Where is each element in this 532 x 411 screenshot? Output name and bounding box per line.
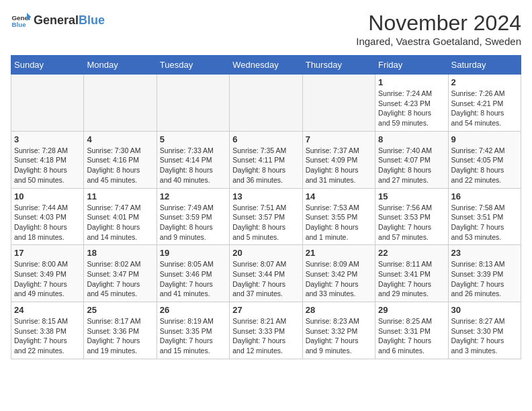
day-info: Sunrise: 7:51 AM Sunset: 3:57 PM Dayligh… <box>232 203 299 242</box>
calendar-day-cell: 12Sunrise: 7:49 AM Sunset: 3:59 PM Dayli… <box>157 188 229 245</box>
logo-icon: General Blue <box>11 11 31 31</box>
calendar-day-cell: 30Sunrise: 8:27 AM Sunset: 3:30 PM Dayli… <box>448 302 521 359</box>
calendar-day-cell: 17Sunrise: 8:00 AM Sunset: 3:49 PM Dayli… <box>11 245 84 302</box>
calendar-day-cell: 6Sunrise: 7:35 AM Sunset: 4:11 PM Daylig… <box>230 131 302 188</box>
day-number: 19 <box>160 248 226 258</box>
calendar-day-cell: 1Sunrise: 7:24 AM Sunset: 4:23 PM Daylig… <box>375 75 448 132</box>
day-number: 13 <box>232 191 299 201</box>
day-info: Sunrise: 8:00 AM Sunset: 3:49 PM Dayligh… <box>14 259 81 299</box>
day-info: Sunrise: 8:13 AM Sunset: 3:39 PM Dayligh… <box>451 259 518 299</box>
calendar-week-row: 17Sunrise: 8:00 AM Sunset: 3:49 PM Dayli… <box>11 245 521 302</box>
calendar-day-cell <box>11 75 84 132</box>
day-info: Sunrise: 8:21 AM Sunset: 3:33 PM Dayligh… <box>232 316 299 356</box>
day-info: Sunrise: 8:07 AM Sunset: 3:44 PM Dayligh… <box>232 259 299 299</box>
day-info: Sunrise: 8:02 AM Sunset: 3:47 PM Dayligh… <box>87 259 153 299</box>
day-info: Sunrise: 7:44 AM Sunset: 4:03 PM Dayligh… <box>14 203 81 242</box>
calendar-table: SundayMondayTuesdayWednesdayThursdayFrid… <box>11 55 521 359</box>
calendar-day-cell: 2Sunrise: 7:26 AM Sunset: 4:21 PM Daylig… <box>448 75 521 132</box>
weekday-header: Wednesday <box>230 56 302 75</box>
location-subtitle: Ingared, Vaestra Goetaland, Sweden <box>356 36 521 47</box>
calendar-day-cell: 15Sunrise: 7:56 AM Sunset: 3:53 PM Dayli… <box>375 188 448 245</box>
day-info: Sunrise: 8:25 AM Sunset: 3:31 PM Dayligh… <box>378 316 445 356</box>
day-number: 29 <box>378 305 445 315</box>
calendar-day-cell: 27Sunrise: 8:21 AM Sunset: 3:33 PM Dayli… <box>230 302 302 359</box>
day-number: 20 <box>232 248 299 258</box>
day-info: Sunrise: 8:15 AM Sunset: 3:38 PM Dayligh… <box>14 316 81 356</box>
day-number: 24 <box>14 305 81 315</box>
weekday-header: Tuesday <box>157 56 229 75</box>
calendar-day-cell: 28Sunrise: 8:23 AM Sunset: 3:32 PM Dayli… <box>302 302 375 359</box>
calendar-day-cell: 9Sunrise: 7:42 AM Sunset: 4:05 PM Daylig… <box>448 131 521 188</box>
calendar-day-cell: 3Sunrise: 7:28 AM Sunset: 4:18 PM Daylig… <box>11 131 84 188</box>
day-info: Sunrise: 8:05 AM Sunset: 3:46 PM Dayligh… <box>160 259 226 299</box>
calendar-day-cell: 13Sunrise: 7:51 AM Sunset: 3:57 PM Dayli… <box>230 188 302 245</box>
weekday-header: Thursday <box>302 56 375 75</box>
day-number: 30 <box>451 305 518 315</box>
day-number: 9 <box>451 134 518 144</box>
calendar-week-row: 10Sunrise: 7:44 AM Sunset: 4:03 PM Dayli… <box>11 188 521 245</box>
calendar-day-cell: 26Sunrise: 8:19 AM Sunset: 3:35 PM Dayli… <box>157 302 229 359</box>
calendar-day-cell: 23Sunrise: 8:13 AM Sunset: 3:39 PM Dayli… <box>448 245 521 302</box>
svg-text:Blue: Blue <box>12 21 27 28</box>
calendar-day-cell: 20Sunrise: 8:07 AM Sunset: 3:44 PM Dayli… <box>230 245 302 302</box>
day-info: Sunrise: 7:33 AM Sunset: 4:14 PM Dayligh… <box>160 146 226 185</box>
day-number: 3 <box>14 134 81 144</box>
day-number: 25 <box>87 305 153 315</box>
weekday-header: Saturday <box>448 56 521 75</box>
calendar-day-cell: 18Sunrise: 8:02 AM Sunset: 3:47 PM Dayli… <box>84 245 157 302</box>
weekday-header: Friday <box>375 56 448 75</box>
page-header: General Blue GeneralBlue November 2024 I… <box>11 11 521 47</box>
day-info: Sunrise: 7:30 AM Sunset: 4:16 PM Dayligh… <box>87 146 153 185</box>
calendar-day-cell: 29Sunrise: 8:25 AM Sunset: 3:31 PM Dayli… <box>375 302 448 359</box>
day-number: 27 <box>232 305 299 315</box>
day-info: Sunrise: 8:23 AM Sunset: 3:32 PM Dayligh… <box>306 316 372 356</box>
day-info: Sunrise: 7:53 AM Sunset: 3:55 PM Dayligh… <box>306 203 372 242</box>
calendar-day-cell: 16Sunrise: 7:58 AM Sunset: 3:51 PM Dayli… <box>448 188 521 245</box>
day-info: Sunrise: 7:28 AM Sunset: 4:18 PM Dayligh… <box>14 146 81 185</box>
calendar-day-cell <box>302 75 375 132</box>
calendar-day-cell: 10Sunrise: 7:44 AM Sunset: 4:03 PM Dayli… <box>11 188 84 245</box>
calendar-day-cell: 8Sunrise: 7:40 AM Sunset: 4:07 PM Daylig… <box>375 131 448 188</box>
calendar-day-cell <box>230 75 302 132</box>
calendar-day-cell: 19Sunrise: 8:05 AM Sunset: 3:46 PM Dayli… <box>157 245 229 302</box>
day-number: 14 <box>306 191 372 201</box>
month-title: November 2024 <box>356 11 521 36</box>
day-number: 26 <box>160 305 226 315</box>
calendar-day-cell: 24Sunrise: 8:15 AM Sunset: 3:38 PM Dayli… <box>11 302 84 359</box>
day-number: 11 <box>87 191 153 201</box>
day-number: 2 <box>451 77 518 87</box>
calendar-day-cell <box>157 75 229 132</box>
day-info: Sunrise: 7:37 AM Sunset: 4:09 PM Dayligh… <box>306 146 372 185</box>
calendar-week-row: 3Sunrise: 7:28 AM Sunset: 4:18 PM Daylig… <box>11 131 521 188</box>
day-number: 22 <box>378 248 445 258</box>
day-info: Sunrise: 8:11 AM Sunset: 3:41 PM Dayligh… <box>378 259 445 299</box>
title-area: November 2024 Ingared, Vaestra Goetaland… <box>356 11 521 47</box>
logo: General Blue GeneralBlue <box>11 11 105 31</box>
calendar-week-row: 24Sunrise: 8:15 AM Sunset: 3:38 PM Dayli… <box>11 302 521 359</box>
day-number: 17 <box>14 248 81 258</box>
calendar-day-cell: 22Sunrise: 8:11 AM Sunset: 3:41 PM Dayli… <box>375 245 448 302</box>
calendar-day-cell: 11Sunrise: 7:47 AM Sunset: 4:01 PM Dayli… <box>84 188 157 245</box>
calendar-header-row: SundayMondayTuesdayWednesdayThursdayFrid… <box>11 56 521 75</box>
day-info: Sunrise: 8:17 AM Sunset: 3:36 PM Dayligh… <box>87 316 153 356</box>
day-info: Sunrise: 7:35 AM Sunset: 4:11 PM Dayligh… <box>232 146 299 185</box>
day-number: 8 <box>378 134 445 144</box>
weekday-header: Sunday <box>11 56 84 75</box>
day-info: Sunrise: 8:09 AM Sunset: 3:42 PM Dayligh… <box>306 259 372 299</box>
day-number: 15 <box>378 191 445 201</box>
day-number: 5 <box>160 134 226 144</box>
calendar-day-cell: 14Sunrise: 7:53 AM Sunset: 3:55 PM Dayli… <box>302 188 375 245</box>
calendar-day-cell <box>84 75 157 132</box>
day-number: 12 <box>160 191 226 201</box>
day-info: Sunrise: 7:42 AM Sunset: 4:05 PM Dayligh… <box>451 146 518 185</box>
day-number: 6 <box>232 134 299 144</box>
day-number: 1 <box>378 77 445 87</box>
weekday-header: Monday <box>84 56 157 75</box>
logo-general-text: General <box>34 13 79 27</box>
day-number: 4 <box>87 134 153 144</box>
day-info: Sunrise: 7:49 AM Sunset: 3:59 PM Dayligh… <box>160 203 226 242</box>
calendar-day-cell: 7Sunrise: 7:37 AM Sunset: 4:09 PM Daylig… <box>302 131 375 188</box>
day-number: 23 <box>451 248 518 258</box>
day-info: Sunrise: 8:27 AM Sunset: 3:30 PM Dayligh… <box>451 316 518 356</box>
day-info: Sunrise: 7:26 AM Sunset: 4:21 PM Dayligh… <box>451 89 518 128</box>
